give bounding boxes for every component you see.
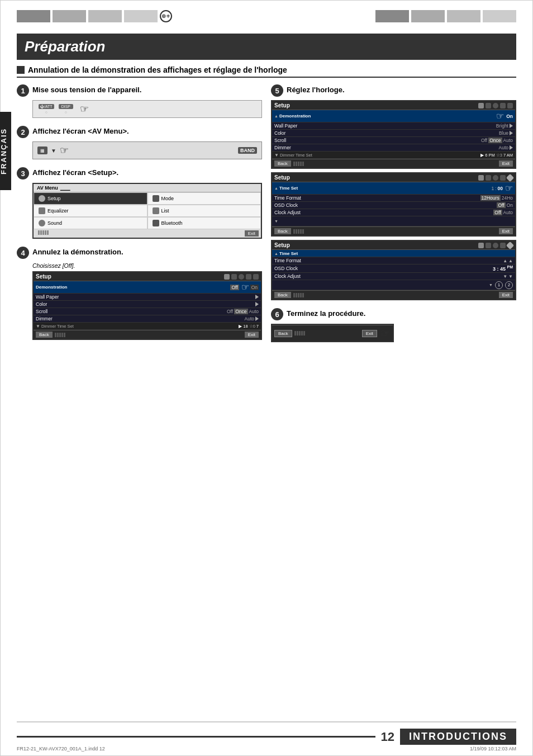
s3-icon2 xyxy=(486,243,491,248)
reg-bar-bottom xyxy=(17,721,516,722)
heading-square xyxy=(17,66,25,74)
screen-4-row-dimmertime: ▼ Dimmer Time Set ▶ 18 ☆0 7 xyxy=(34,323,261,330)
step-4-number: 4 xyxy=(17,247,29,259)
s2-dot1 xyxy=(293,229,295,234)
s1-exit-button[interactable]: Exit xyxy=(499,160,513,167)
icon4 xyxy=(246,274,251,280)
hand-cursor-2: ☞ xyxy=(60,144,69,157)
step-5-number: 5 xyxy=(271,84,283,97)
s3-dot3 xyxy=(298,293,299,297)
hand-cursor-1: ☞ xyxy=(80,103,89,115)
s2-back-button[interactable]: Back xyxy=(274,228,291,234)
f-dot1 xyxy=(294,331,296,336)
step-4: 4 Annulez la démonstration. Choisissez [… xyxy=(17,247,262,340)
s2-dot4 xyxy=(300,229,302,234)
screen-4-back-button[interactable]: Back xyxy=(36,332,53,338)
screen-4-icons xyxy=(224,274,259,280)
step-6-number: 6 xyxy=(271,308,283,320)
s1-row-demo: ▲ Demonstration ☞ On xyxy=(272,110,515,122)
step-3: 3 Affichez l'écran <Setup>. AV Menu ____… xyxy=(17,167,262,239)
s3-btn-row: Back Exit xyxy=(272,290,515,299)
final-back-button[interactable]: Back xyxy=(274,330,292,337)
step-2-device: ▦ ▼ ☞ BAND xyxy=(32,141,262,159)
final-exit-button[interactable]: Exit xyxy=(362,330,377,337)
s2-row-empty: ▼ xyxy=(272,216,515,226)
step-6-header: 6 Terminez la procédure. xyxy=(271,308,516,320)
tri-right-3 xyxy=(510,145,513,150)
s2-dots xyxy=(293,229,304,234)
s2-exit-button[interactable]: Exit xyxy=(499,228,513,234)
av-exit-button[interactable]: Exit xyxy=(245,230,259,237)
dot4 xyxy=(61,333,63,337)
dot3 xyxy=(59,333,61,337)
tri-right-wp xyxy=(255,295,259,299)
screen-4-exit-button[interactable]: Exit xyxy=(245,332,259,338)
step-4-header: 4 Annulez la démonstration. xyxy=(17,247,262,259)
left-column: 1 Mise sous tension de l'appareil. ⏻/ATT… xyxy=(17,84,262,350)
step-2: 2 Affichez l'écran <AV Menu>. ▦ ▼ ☞ BAND xyxy=(17,126,262,159)
tri-right-1 xyxy=(510,124,513,128)
s1-dot3 xyxy=(298,162,299,166)
hand-cursor-4: ☞ xyxy=(241,282,249,292)
s3-row-empty: ▼ 1 2 xyxy=(272,280,515,290)
dot1 xyxy=(55,333,56,337)
s1-dot5 xyxy=(302,162,304,166)
s3-exit-button[interactable]: Exit xyxy=(499,292,513,298)
screen-4-dots xyxy=(55,333,65,337)
screen-4-row-demo: Demonstration Off ☞ On xyxy=(34,281,261,294)
tri-right-2 xyxy=(510,131,513,135)
hand-cursor-5: ☞ xyxy=(496,111,504,121)
f-dot5 xyxy=(303,331,305,336)
s1-dot4 xyxy=(300,162,302,166)
av-item-equalizer: Equalizer xyxy=(34,205,147,217)
step-3-number: 3 xyxy=(17,167,29,179)
s1-dot1 xyxy=(293,162,295,166)
step-2-title: Affichez l'écran <AV Menu>. xyxy=(32,126,129,135)
dimmer-time-arrow: ▼ xyxy=(36,324,40,329)
step-3-header: 3 Affichez l'écran <Setup>. xyxy=(17,167,262,179)
s1-dots xyxy=(293,162,304,166)
s1-back-button[interactable]: Back xyxy=(274,160,291,167)
reg-bar-top: ⊕ xyxy=(17,10,516,22)
screen-4-row-scroll: Scroll Off Once Auto xyxy=(34,308,261,315)
footer-info: FR12-21_KW-AVX720_001A_1.indd 12 1/19/09… xyxy=(17,746,516,752)
step-1-number: 1 xyxy=(17,84,29,97)
s1-btn-row: Back Exit xyxy=(272,159,515,168)
icon3 xyxy=(239,274,244,280)
s3-row-timeset: ▲ Time Set xyxy=(272,250,515,257)
down-arrow2: ▼ xyxy=(508,274,513,279)
step-2-number: 2 xyxy=(17,126,29,138)
dot2 xyxy=(57,333,59,337)
step-5: 5 Réglez l'horloge. Setup xyxy=(271,84,516,300)
main-content: Préparation Annulation de la démonstrati… xyxy=(17,34,516,711)
s1-scroll-arrow: ▲ xyxy=(274,114,278,118)
step-6-title: Terminez la procédure. xyxy=(287,308,365,318)
band-label: BAND xyxy=(238,147,257,154)
nav-icon: ▦ xyxy=(37,147,47,154)
s1-icon2 xyxy=(486,103,491,108)
s1-icon1 xyxy=(478,103,484,108)
s3-icon4 xyxy=(500,243,506,248)
s1-row-dimmer: Dimmer Auto xyxy=(272,144,515,152)
s3-back-button[interactable]: Back xyxy=(274,292,291,298)
s1-dot2 xyxy=(296,162,297,166)
reg-mark-top: ⊕ xyxy=(160,10,172,22)
screen-dots xyxy=(38,230,49,237)
screen-4-row-wallpaper: Wall Paper xyxy=(34,294,261,301)
down-arrow: ▼ xyxy=(503,274,507,279)
f-dot4 xyxy=(301,331,303,336)
screen-2-icons xyxy=(478,175,513,181)
av-item-bluetooth: Bluetooth xyxy=(147,217,261,229)
av-menu: AV Menu ____ Setup Mode xyxy=(32,183,262,239)
s2-dot2 xyxy=(296,229,297,234)
step-1-header: 1 Mise sous tension de l'appareil. xyxy=(17,84,262,97)
s2-icon1 xyxy=(478,175,484,181)
bottom-bar: 12 INTRODUCTIONS xyxy=(17,729,516,745)
icon2 xyxy=(231,274,237,280)
screen-1-header: Setup xyxy=(272,101,515,110)
s2-icon4 xyxy=(500,175,506,181)
s2-row-timeformat: Time Format 12Hours 24Ho xyxy=(272,195,515,202)
step-4-title: Annulez la démonstration. xyxy=(32,247,123,256)
s2-icon3 xyxy=(493,175,498,181)
s1-row-scroll: Scroll Off Once Auto xyxy=(272,137,515,144)
